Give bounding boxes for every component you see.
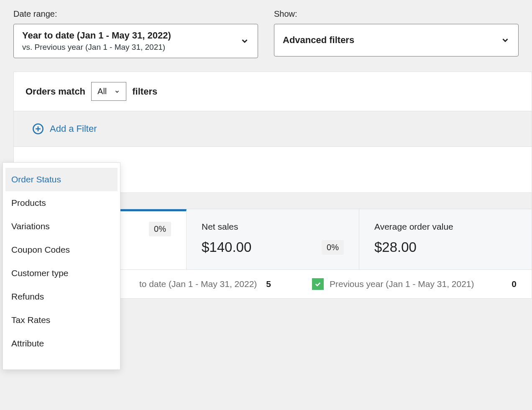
- filter-option-products[interactable]: Products: [5, 191, 118, 215]
- stat-net-sales-pct: 0%: [322, 240, 344, 255]
- chevron-down-icon: [240, 36, 249, 46]
- date-range-group: Date range: Year to date (Jan 1 - May 31…: [13, 9, 258, 58]
- filter-option-coupon-codes[interactable]: Coupon Codes: [5, 238, 118, 261]
- chevron-down-icon: [501, 36, 510, 45]
- legend-previous-value: 0: [512, 279, 517, 289]
- stat-net-sales-title: Net sales: [202, 222, 344, 232]
- show-value: Advanced filters: [283, 35, 354, 46]
- legend-previous-label: Previous year (Jan 1 - May 31, 2021): [330, 279, 474, 289]
- filter-option-attribute[interactable]: Attribute: [5, 332, 118, 355]
- checkbox-checked-icon[interactable]: [312, 278, 324, 290]
- filter-option-refunds[interactable]: Refunds: [5, 285, 118, 308]
- chevron-down-icon: [114, 89, 120, 95]
- legend-previous[interactable]: Previous year (Jan 1 - May 31, 2021): [312, 278, 474, 290]
- show-group: Show: Advanced filters: [274, 9, 519, 58]
- filter-option-order-status[interactable]: Order Status: [5, 168, 118, 191]
- stat-avg-order-value: $28.00: [374, 239, 417, 255]
- plus-circle-icon: [32, 123, 44, 135]
- match-prefix: Orders match: [26, 86, 85, 97]
- filter-option-variations[interactable]: Variations: [5, 215, 118, 238]
- filter-options-popup: Order Status Products Variations Coupon …: [3, 162, 120, 370]
- filter-option-tax-rates[interactable]: Tax Rates: [5, 308, 118, 332]
- match-select[interactable]: All: [91, 82, 126, 101]
- add-filter-label: Add a Filter: [50, 123, 97, 134]
- show-dropdown[interactable]: Advanced filters: [274, 24, 519, 56]
- date-range-secondary: vs. Previous year (Jan 1 - May 31, 2021): [22, 43, 171, 52]
- stat-1-pct: 0%: [149, 222, 171, 236]
- date-range-dropdown[interactable]: Year to date (Jan 1 - May 31, 2022) vs. …: [13, 24, 258, 58]
- stat-avg-order-title: Average order value: [374, 222, 517, 232]
- date-range-primary: Year to date (Jan 1 - May 31, 2022): [22, 30, 171, 41]
- legend-current-value: 5: [266, 279, 271, 289]
- date-range-label: Date range:: [13, 9, 258, 19]
- filter-option-customer-type[interactable]: Customer type: [5, 261, 118, 285]
- match-value: All: [97, 87, 107, 96]
- stat-card-avg-order[interactable]: Average order value $28.00: [359, 209, 532, 269]
- match-row: Orders match All filters: [14, 72, 532, 111]
- legend-current-label: to date (Jan 1 - May 31, 2022): [139, 279, 257, 289]
- stat-net-sales-value: $140.00: [202, 239, 251, 255]
- legend-current[interactable]: to date (Jan 1 - May 31, 2022): [139, 279, 257, 289]
- show-label: Show:: [274, 9, 519, 19]
- add-filter-button[interactable]: Add a Filter: [14, 111, 532, 147]
- stat-card-net-sales[interactable]: Net sales $140.00 0%: [187, 209, 359, 269]
- match-suffix: filters: [132, 86, 157, 97]
